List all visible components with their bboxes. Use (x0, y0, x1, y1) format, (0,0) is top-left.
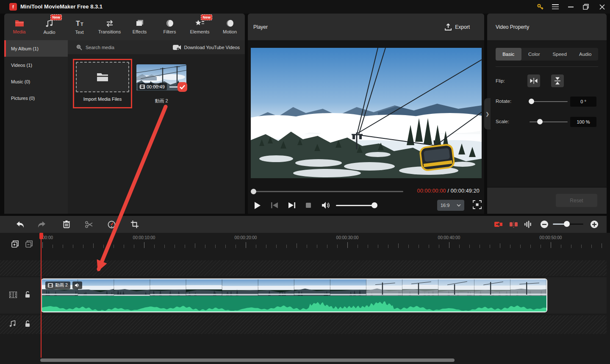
minimize-button[interactable] (563, 0, 578, 14)
ruler-tick (398, 243, 399, 248)
menu-icon[interactable] (548, 0, 563, 14)
delete-button[interactable] (59, 216, 74, 233)
undo-button[interactable] (13, 216, 28, 233)
timeline-horizontal-scrollbar[interactable] (40, 358, 455, 362)
player-title: Player (253, 24, 268, 30)
search-input[interactable]: Search media (86, 45, 114, 50)
tab-text[interactable]: TT Text (64, 14, 94, 40)
ruler-label: 00:00:30:00 (336, 235, 359, 240)
volume-icon[interactable] (322, 199, 330, 212)
tab-filters[interactable]: Filters (155, 14, 185, 40)
export-button[interactable]: Export (445, 23, 470, 30)
property-panel (487, 40, 607, 187)
elements-star-icon (195, 19, 205, 27)
panel-collapse-handle[interactable]: ❯ (484, 98, 491, 130)
playhead[interactable] (41, 233, 42, 358)
timeline-ruler[interactable]: 00:0000:00:10:0000:00:20:0000:00:30:0000… (0, 233, 610, 254)
flip-vertical-button[interactable] (551, 74, 564, 87)
audio-waveform-toggle[interactable] (520, 216, 535, 233)
remove-track-button[interactable] (25, 240, 33, 248)
reset-button[interactable]: Reset (556, 194, 597, 207)
ruler-tick (500, 243, 500, 248)
tab-audio[interactable]: New Audio (34, 14, 64, 40)
audio-new-badge: New (50, 14, 62, 20)
tab-effects[interactable]: Effects (125, 14, 155, 40)
play-button[interactable] (254, 199, 261, 212)
media-thumb-duration-badge: 00:00:49 (138, 83, 167, 90)
ripple-delete-toggle[interactable] (506, 216, 521, 233)
tab-transitions-label: Transitions (98, 29, 121, 34)
film-icon (48, 283, 53, 287)
music-track-lock-icon[interactable] (25, 320, 30, 327)
tab-transitions[interactable]: Transitions (94, 14, 125, 40)
crop-button[interactable] (127, 216, 142, 233)
import-media-label: Import Media Files (73, 97, 132, 102)
speed-button[interactable] (104, 216, 119, 233)
timeline-area: 00:0000:00:10:0000:00:20:0000:00:30:0000… (0, 233, 610, 364)
timeline-clip[interactable]: 動画 2 (41, 279, 547, 312)
add-track-button[interactable] (11, 240, 19, 248)
next-frame-button[interactable] (288, 199, 295, 212)
time-separator: / (446, 188, 451, 194)
fullscreen-button[interactable] (473, 200, 482, 209)
tab-audio[interactable]: Audio (573, 48, 599, 61)
tab-motion[interactable]: Motion (215, 14, 245, 40)
svg-text:T: T (76, 20, 80, 27)
aspect-ratio-dropdown[interactable]: 16:9 (437, 200, 464, 211)
seek-handle[interactable] (251, 189, 256, 194)
flip-horizontal-button[interactable] (527, 74, 540, 87)
scale-label: Scale: (496, 119, 509, 124)
tab-effects-label: Effects (133, 29, 147, 34)
app-logo-icon: f (9, 3, 17, 11)
tab-speed[interactable]: Speed (547, 48, 573, 61)
ruler-tick (256, 245, 256, 248)
ruler-tick (408, 245, 409, 248)
tab-elements[interactable]: New Elements (185, 14, 215, 40)
scale-slider-handle[interactable] (537, 119, 543, 124)
sidebar-item-music[interactable]: Music (0) (4, 73, 68, 90)
ruler-tick (561, 245, 561, 248)
ruler-tick (225, 245, 226, 248)
close-button[interactable] (595, 0, 609, 14)
volume-handle[interactable] (372, 202, 377, 208)
seek-track[interactable] (254, 191, 403, 192)
playhead-flag[interactable] (39, 233, 43, 239)
split-button[interactable] (81, 216, 97, 233)
clip-name-badge: 動画 2 (45, 281, 70, 289)
ruler-tick (368, 245, 368, 248)
timeline-toolbar (0, 216, 607, 233)
svg-text:T: T (80, 22, 83, 27)
sidebar-item-my-album[interactable]: My Album (1) (4, 40, 68, 57)
sidebar-item-pictures[interactable]: Pictures (0) (4, 90, 68, 106)
tab-media[interactable]: Media (4, 14, 34, 40)
download-youtube-button[interactable]: Download YouTube Videos (173, 44, 240, 50)
rotate-slider[interactable] (530, 101, 568, 102)
timeline-zoom-handle[interactable] (564, 221, 570, 227)
rotate-value[interactable]: 0 ° (570, 97, 596, 107)
current-time: 00:00:00:00 (417, 188, 446, 194)
restore-button[interactable] (579, 0, 593, 14)
register-key-icon[interactable] (533, 0, 547, 14)
video-track-lock-icon[interactable] (25, 291, 30, 298)
timeline-zoom-in-button[interactable] (587, 216, 602, 233)
seek-bar[interactable]: 00:00:00:00 / 00:00:49:20 (251, 188, 482, 195)
volume-slider[interactable] (336, 205, 376, 206)
clip-audio-badge[interactable] (72, 281, 82, 289)
tab-basic[interactable]: Basic (496, 48, 521, 61)
clip-badges: 動画 2 (45, 281, 82, 289)
clip-frame-thumbnails (42, 279, 546, 296)
previous-frame-button[interactable] (271, 199, 278, 212)
ripple-insert-toggle[interactable] (491, 216, 506, 233)
timeline-zoom-out-button[interactable] (537, 216, 552, 233)
sidebar-item-videos[interactable]: Videos (1) (4, 57, 68, 73)
redo-button[interactable] (34, 216, 49, 233)
scale-value[interactable]: 100 % (570, 117, 596, 127)
import-media-button[interactable] (76, 62, 129, 92)
ruler-tick (429, 245, 429, 248)
search-icon[interactable] (76, 44, 82, 50)
tab-color[interactable]: Color (521, 48, 547, 61)
transitions-icon (105, 20, 114, 27)
rotate-slider-handle[interactable] (529, 99, 534, 104)
stop-button[interactable] (306, 199, 311, 212)
scale-slider[interactable] (530, 121, 568, 122)
